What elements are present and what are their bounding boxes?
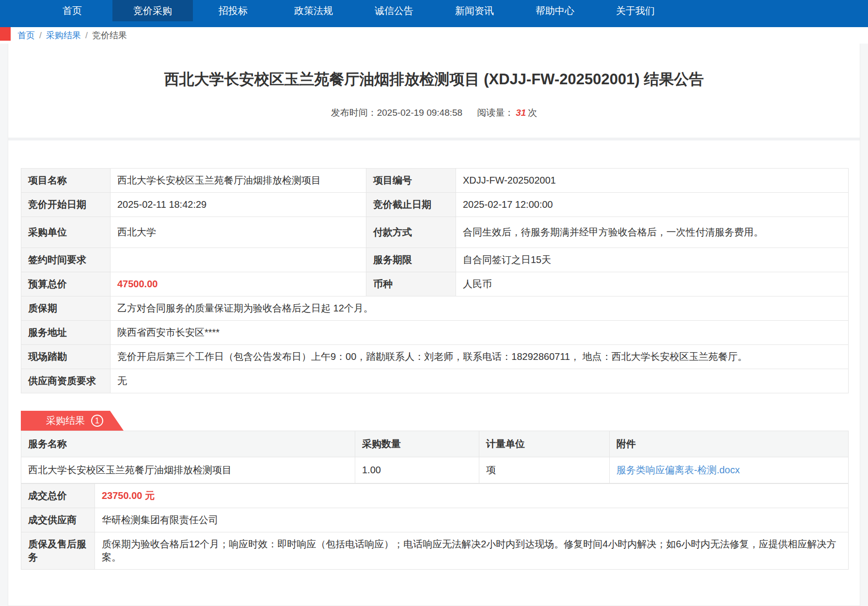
- detail-label: 签约时间要求: [21, 248, 110, 272]
- nav-item-home[interactable]: 首页: [32, 0, 112, 21]
- detail-label: 竞价截止日期: [366, 193, 456, 217]
- views-unit: 次: [528, 108, 537, 118]
- detail-label: 付款方式: [366, 217, 456, 248]
- attachment-link[interactable]: 服务类响应偏离表-检测.docx: [616, 465, 740, 475]
- detail-row: 项目名称 西北大学长安校区玉兰苑餐厅油烟排放检测项目 项目编号 XDJJ-FW-…: [21, 169, 849, 193]
- detail-value: [110, 248, 366, 272]
- result-header-quantity: 采购数量: [355, 431, 479, 457]
- detail-row: 供应商资质要求 无: [21, 369, 849, 393]
- nav-item-policies[interactable]: 政策法规: [273, 0, 354, 21]
- detail-label: 供应商资质要求: [21, 369, 110, 393]
- result-unit: 项: [479, 457, 610, 483]
- breadcrumb-separator: /: [85, 31, 88, 41]
- detail-label: 现场踏勘: [21, 345, 110, 369]
- detail-value: XDJJ-FW-202502001: [456, 169, 849, 193]
- budget-total-value: 47500.00: [110, 272, 366, 296]
- summary-row: 成交供应商 华研检测集团有限责任公司: [21, 508, 849, 532]
- detail-value: 西北大学长安校区玉兰苑餐厅油烟排放检测项目: [110, 169, 366, 193]
- warranty-after-sales: 质保期为验收合格后12个月；响应时效：即时响应（包括电话响应）；电话响应无法解决…: [95, 532, 849, 570]
- detail-row: 签约时间要求 服务期限 自合同签订之日15天: [21, 248, 849, 272]
- detail-label: 预算总价: [21, 272, 110, 296]
- detail-label: 项目编号: [366, 169, 456, 193]
- detail-label: 采购单位: [21, 217, 110, 248]
- detail-label: 服务地址: [21, 321, 110, 345]
- nav-item-help-center[interactable]: 帮助中心: [515, 0, 595, 21]
- views-count: 31: [516, 108, 526, 118]
- detail-value: 人民币: [456, 272, 849, 296]
- nav-item-news[interactable]: 新闻资讯: [434, 0, 515, 21]
- detail-row: 现场踏勘 竞价开启后第三个工作日（包含公告发布日）上午9：00，踏勘联系人：刘老…: [21, 345, 849, 369]
- detail-value: 西北大学: [110, 217, 366, 248]
- detail-value: 自合同签订之日15天: [456, 248, 849, 272]
- summary-row: 成交总价 23750.00 元: [21, 484, 849, 508]
- result-quantity: 1.00: [355, 457, 479, 483]
- deal-supplier: 华研检测集团有限责任公司: [95, 508, 849, 532]
- result-header-attachment: 附件: [610, 431, 849, 457]
- detail-row: 采购单位 西北大学 付款方式 合同生效后，待服务期满并经甲方验收合格后，一次性付…: [21, 217, 849, 248]
- result-header-service-name: 服务名称: [21, 431, 355, 457]
- deal-total-price: 23750.00 元: [95, 484, 849, 508]
- nav-item-integrity-notices[interactable]: 诚信公告: [354, 0, 434, 21]
- detail-label: 服务期限: [366, 248, 456, 272]
- detail-row: 服务地址 陕西省西安市长安区****: [21, 321, 849, 345]
- result-service-name: 西北大学长安校区玉兰苑餐厅油烟排放检测项目: [21, 457, 355, 483]
- publish-time-label: 发布时间：: [331, 108, 377, 118]
- content-card: 西北大学长安校区玉兰苑餐厅油烟排放检测项目 (XDJJ-FW-202502001…: [8, 44, 860, 606]
- purchase-result-table: 服务名称 采购数量 计量单位 附件 西北大学长安校区玉兰苑餐厅油烟排放检测项目 …: [21, 431, 849, 483]
- detail-value: 合同生效后，待服务期满并经甲方验收合格后，一次性付清服务费用。: [456, 217, 849, 248]
- detail-label: 项目名称: [21, 169, 110, 193]
- result-summary-table: 成交总价 23750.00 元 成交供应商 华研检测集团有限责任公司 质保及售后…: [21, 483, 849, 570]
- summary-row: 质保及售后服务 质保期为验收合格后12个月；响应时效：即时响应（包括电话响应）；…: [21, 532, 849, 570]
- detail-label: 质保期: [21, 296, 110, 321]
- project-detail-table: 项目名称 西北大学长安校区玉兰苑餐厅油烟排放检测项目 项目编号 XDJJ-FW-…: [21, 168, 849, 393]
- breadcrumb-separator: /: [39, 31, 42, 41]
- breadcrumb-purchase-results-link[interactable]: 采购结果: [46, 30, 81, 41]
- summary-label: 质保及售后服务: [21, 532, 95, 570]
- floating-widget[interactable]: [0, 27, 11, 41]
- nav-item-about-us[interactable]: 关于我们: [595, 0, 676, 21]
- detail-value: 竞价开启后第三个工作日（包含公告发布日）上午9：00，踏勘联系人：刘老师，联系电…: [110, 345, 849, 369]
- nav-item-bidding-purchase[interactable]: 竞价采购: [112, 0, 193, 21]
- nav-item-tenders[interactable]: 招投标: [193, 0, 273, 21]
- breadcrumb-current: 竞价结果: [92, 30, 127, 41]
- breadcrumb: 首页 / 采购结果 / 竞价结果: [0, 27, 868, 44]
- purchase-result-badge-label: 采购结果: [46, 414, 85, 427]
- summary-label: 成交总价: [21, 484, 95, 508]
- detail-row: 预算总价 47500.00 币种 人民币: [21, 272, 849, 296]
- detail-value: 2025-02-11 18:42:29: [110, 193, 366, 217]
- views-label: 阅读量：: [477, 108, 514, 118]
- summary-label: 成交供应商: [21, 508, 95, 532]
- article-header: 西北大学长安校区玉兰苑餐厅油烟排放检测项目 (XDJJ-FW-202502001…: [8, 44, 860, 138]
- page-title: 西北大学长安校区玉兰苑餐厅油烟排放检测项目 (XDJJ-FW-202502001…: [23, 69, 845, 90]
- publish-time-value: 2025-02-19 09:48:58: [377, 108, 462, 118]
- purchase-result-badge-count: 1: [91, 415, 103, 427]
- detail-value: 乙方对合同服务的质量保证期为验收合格后之日起 12个月。: [110, 296, 849, 321]
- breadcrumb-home-link[interactable]: 首页: [17, 30, 35, 41]
- article-body: 项目名称 西北大学长安校区玉兰苑餐厅油烟排放检测项目 项目编号 XDJJ-FW-…: [8, 140, 860, 584]
- result-data-row: 西北大学长安校区玉兰苑餐厅油烟排放检测项目 1.00 项 服务类响应偏离表-检测…: [21, 457, 849, 483]
- detail-row: 竞价开始日期 2025-02-11 18:42:29 竞价截止日期 2025-0…: [21, 193, 849, 217]
- result-header-unit: 计量单位: [479, 431, 610, 457]
- result-header-row: 服务名称 采购数量 计量单位 附件: [21, 431, 849, 457]
- article-meta: 发布时间：2025-02-19 09:48:58阅读量：31次: [23, 107, 845, 119]
- detail-label: 币种: [366, 272, 456, 296]
- detail-value: 无: [110, 369, 849, 393]
- detail-row: 质保期 乙方对合同服务的质量保证期为验收合格后之日起 12个月。: [21, 296, 849, 321]
- top-navigation: 首页 竞价采购 招投标 政策法规 诚信公告 新闻资讯 帮助中心 关于我们: [0, 0, 868, 27]
- detail-label: 竞价开始日期: [21, 193, 110, 217]
- purchase-result-badge: 采购结果 1: [21, 411, 124, 431]
- detail-value: 2025-02-17 12:00:00: [456, 193, 849, 217]
- detail-value: 陕西省西安市长安区****: [110, 321, 849, 345]
